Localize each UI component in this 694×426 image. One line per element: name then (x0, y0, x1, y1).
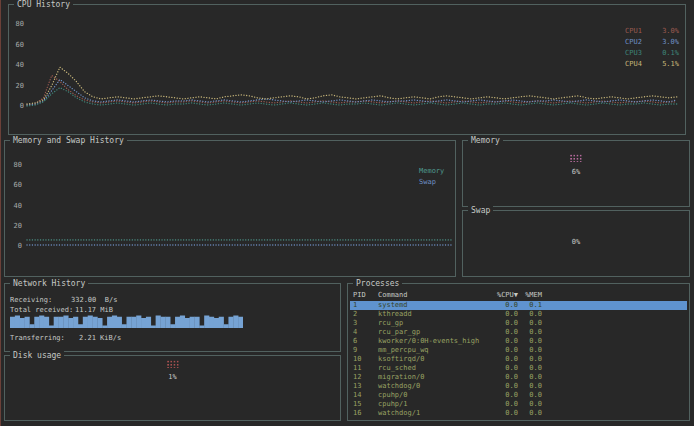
memory-swap-history-panel: Memory and Swap History 806040200MemoryS… (4, 140, 456, 277)
table-row[interactable]: 6kworker/0:0H-events_high0.00.0 (350, 337, 687, 346)
table-row[interactable]: 4rcu_par_gp0.00.0 (350, 328, 687, 337)
cell-cpu: 0.0 (488, 391, 518, 400)
cell-command: mm_percpu_wq (378, 346, 488, 355)
series-cpu4 (27, 67, 677, 104)
table-row[interactable]: 9mm_percpu_wq0.00.0 (350, 346, 687, 355)
cell-pid: 16 (350, 409, 378, 418)
cell-mem: 0.0 (518, 373, 544, 382)
cell-command: kthreadd (378, 310, 488, 319)
table-row[interactable]: 3rcu_gp0.00.0 (350, 319, 687, 328)
cell-cpu: 0.0 (488, 319, 518, 328)
network-history-panel: Network History Receiving: 332.00 B/s To… (4, 283, 341, 352)
table-row[interactable]: 11rcu_sched0.00.0 (350, 364, 687, 373)
legend-label: CPU1 (625, 27, 642, 35)
cell-mem: 0.0 (518, 328, 544, 337)
table-row[interactable]: 16watchdog/10.00.0 (350, 409, 687, 418)
column-header-mem[interactable]: %MEM (518, 291, 544, 300)
transferring-label: Transferring: (10, 334, 65, 342)
table-row-selected[interactable]: 1systemd0.00.1 (350, 301, 687, 310)
memory-gauge-title: Memory (468, 136, 503, 145)
cell-pid: 2 (350, 310, 378, 319)
cell-command: watchdog/0 (378, 382, 488, 391)
cell-mem: 0.0 (518, 346, 544, 355)
cell-command: kworker/0:0H-events_high (378, 337, 488, 346)
column-header-pid[interactable]: PID (350, 291, 378, 300)
cpu-legend-entry: CPU30.1% (625, 49, 679, 57)
y-axis-label: 20 (12, 82, 24, 90)
disk-usage-panel: Disk usage 1% (4, 355, 341, 421)
legend-value: 0.1% (662, 49, 679, 57)
cell-command: migration/0 (378, 373, 488, 382)
y-axis-label: 20 (10, 222, 22, 230)
system-monitor-app: CPU History 806040200CPU13.0%CPU23.0%CPU… (0, 0, 694, 426)
cell-command: cpuhp/1 (378, 400, 488, 409)
cell-mem: 0.0 (518, 355, 544, 364)
cell-cpu: 0.0 (488, 301, 518, 310)
cell-mem: 0.1 (518, 301, 544, 310)
disk-usage-dots-icon (166, 360, 179, 368)
memory-usage-dots-icon (570, 154, 583, 162)
table-row[interactable]: 14cpuhp/00.00.0 (350, 391, 687, 400)
y-axis-label: 40 (12, 61, 24, 69)
processes-panel: Processes PID Command %CPU▼ %MEM 1system… (347, 283, 690, 421)
cell-command: rcu_sched (378, 364, 488, 373)
table-row[interactable]: 10ksoftirqd/00.00.0 (350, 355, 687, 364)
total-received-value: 11.17 MiB (75, 306, 113, 314)
swap-gauge-panel: Swap 0% (462, 210, 690, 277)
table-row[interactable]: 13watchdog/00.00.0 (350, 382, 687, 391)
cell-command: rcu_gp (378, 319, 488, 328)
memory-usage-value: 6% (572, 168, 580, 176)
cell-mem: 0.0 (518, 337, 544, 346)
memory-swap-history-chart (5, 141, 455, 276)
table-row[interactable]: 12migration/00.00.0 (350, 373, 687, 382)
total-received-label: Total received: (10, 306, 73, 314)
cell-pid: 3 (350, 319, 378, 328)
cell-mem: 0.0 (518, 391, 544, 400)
window-left-edge (0, 0, 1, 426)
cell-command: systemd (378, 301, 488, 310)
cell-pid: 15 (350, 400, 378, 409)
cell-cpu: 0.0 (488, 337, 518, 346)
cell-mem: 0.0 (518, 382, 544, 391)
cell-mem: 0.0 (518, 400, 544, 409)
cell-cpu: 0.0 (488, 373, 518, 382)
cell-cpu: 0.0 (488, 409, 518, 418)
legend-label: CPU4 (625, 60, 642, 68)
cell-cpu: 0.0 (488, 382, 518, 391)
cell-pid: 4 (350, 328, 378, 337)
cell-command: cpuhp/0 (378, 391, 488, 400)
cell-command: rcu_par_gp (378, 328, 488, 337)
memswap-legend-swap: Swap (419, 178, 436, 186)
y-axis-label: 80 (12, 20, 24, 28)
y-axis-label: 60 (10, 181, 22, 189)
series-cpu3 (27, 88, 677, 106)
receiving-label: Receiving: (10, 296, 52, 304)
cell-mem: 0.0 (518, 319, 544, 328)
transferring-value: 2.21 KiB/s (79, 334, 121, 342)
cell-cpu: 0.0 (488, 400, 518, 409)
cell-cpu: 0.0 (488, 310, 518, 319)
cell-pid: 10 (350, 355, 378, 364)
cpu-legend-entry: CPU13.0% (625, 27, 679, 35)
cpu-legend-entry: CPU45.1% (625, 60, 679, 68)
processes-title: Processes (353, 279, 402, 288)
cell-command: watchdog/1 (378, 409, 488, 418)
cell-pid: 9 (350, 346, 378, 355)
cell-cpu: 0.0 (488, 328, 518, 337)
network-receive-sparkline (10, 315, 243, 328)
table-row[interactable]: 15cpuhp/10.00.0 (350, 400, 687, 409)
disk-usage-value: 1% (168, 373, 176, 381)
table-row[interactable]: 2kthreadd0.00.0 (350, 310, 687, 319)
column-header-cpu-sort[interactable]: %CPU▼ (488, 291, 518, 300)
memory-gauge-panel: Memory 6% (462, 140, 690, 207)
y-axis-label: 0 (10, 242, 22, 250)
cell-pid: 12 (350, 373, 378, 382)
memswap-legend-memory: Memory (419, 167, 444, 175)
cell-cpu: 0.0 (488, 346, 518, 355)
legend-value: 3.0% (662, 27, 679, 35)
column-header-command[interactable]: Command (378, 291, 488, 300)
legend-value: 3.0% (662, 38, 679, 46)
cell-mem: 0.0 (518, 310, 544, 319)
cell-cpu: 0.0 (488, 364, 518, 373)
cell-mem: 0.0 (518, 409, 544, 418)
